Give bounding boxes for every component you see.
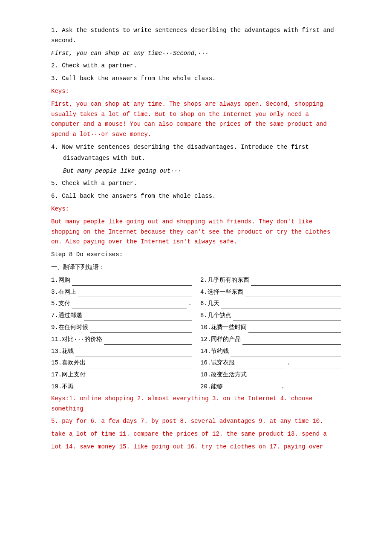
exercise-label-15: 15.喜欢外出 <box>51 358 86 368</box>
blank-7 <box>84 314 192 321</box>
exercise-item-18: 18.改变生活方式 <box>200 370 341 380</box>
exercise-item-11: 11.对比···的价格 <box>51 335 192 345</box>
instruction-1: 1. Ask the students to write sentences d… <box>51 26 341 46</box>
exercise-row-6: 11.对比···的价格 12.同样的产品 <box>51 335 341 345</box>
step8-title: Step 8 Do exercises: <box>51 250 341 260</box>
blank-20a <box>225 385 279 392</box>
exercise-item-10: 10.花费一些时间 <box>200 323 341 333</box>
exercise-row-10: 19.不再 20.能够 . <box>51 382 341 392</box>
exercise-label-8: 8.几个缺点 <box>200 311 231 321</box>
exercise-item-20: 20.能够 . <box>200 382 341 392</box>
exercise-title-text: 一、翻译下列短语： <box>51 263 341 273</box>
exercise-label-5: 5.支付 <box>51 299 70 309</box>
blank-10 <box>248 326 341 333</box>
exercise-label-11: 11.对比···的价格 <box>51 335 102 345</box>
exercise-item-8: 8.几个缺点 <box>200 311 341 321</box>
exercise-item-13: 13.花钱 <box>51 347 192 357</box>
keys-exercise-line2: 5. pay for 6. a few days 7. by post 8. s… <box>51 416 341 427</box>
blank-12 <box>242 338 341 345</box>
instruction-6: 6. Call back the answers from the whole … <box>51 191 341 202</box>
exercise-label-14: 14.节约钱 <box>200 347 229 357</box>
blank-13 <box>75 350 192 356</box>
exercise-label-12: 12.同样的产品 <box>200 335 241 345</box>
exercise-item-14: 14.节约钱 <box>200 347 341 357</box>
exercise-item-17: 17.网上支付 <box>51 370 192 380</box>
blank-1 <box>72 279 192 286</box>
exercise-label-13: 13.花钱 <box>51 347 74 357</box>
keys-label-1: Keys: <box>51 87 341 97</box>
keys-1-label: Keys: <box>51 87 341 97</box>
exercise-label-17: 17.网上支付 <box>51 370 86 380</box>
keys-exercise-line4: lot 14. save money 15. like going out 16… <box>51 442 341 452</box>
instruction-2: 2. Check with a partner. <box>51 61 341 71</box>
keys-exercise-text-3: take a lot of time 11. compare the price… <box>51 429 341 439</box>
blank-6 <box>221 302 341 309</box>
step8-title-text: Step 8 Do exercises: <box>51 250 341 260</box>
instruction-6-text: 6. Call back the answers from the whole … <box>51 191 341 202</box>
instruction-italic-2: But many people like going out··· <box>51 166 341 176</box>
blank-18 <box>248 373 341 380</box>
exercise-title: 一、翻译下列短语： <box>51 263 341 273</box>
instruction-italic-1: First, you can shop at any time···Second… <box>51 49 341 59</box>
keys-2-text: But many people like going out and shopp… <box>51 217 341 247</box>
exercise-item-3: 3.在网上 <box>51 287 192 298</box>
blank-14 <box>231 350 341 356</box>
instruction-4-text-a: 4. Now write sentences describing the di… <box>51 142 341 153</box>
exercise-label-1: 1.网购 <box>51 275 70 286</box>
exercise-dot-5: . <box>188 299 192 309</box>
exercise-item-7: 7.通过邮递 <box>51 311 192 321</box>
exercise-row-1: 1.网购 2.几乎所有的东西 <box>51 275 341 286</box>
italic-text-2: But many people like going out··· <box>63 166 341 176</box>
exercise-row-4: 7.通过邮递 8.几个缺点 <box>51 311 341 321</box>
instruction-4: 4. Now write sentences describing the di… <box>51 142 341 164</box>
exercise-dot-20: . <box>281 382 284 392</box>
exercise-item-1: 1.网购 <box>51 275 192 286</box>
instruction-3-text: 3. Call back the answers from the whole … <box>51 74 341 84</box>
exercise-row-2: 3.在网上 4.选择一些东西 <box>51 287 341 298</box>
exercise-row-5: 9.在任何时候 10.花费一些时间 <box>51 323 341 333</box>
exercise-label-19: 19.不再 <box>51 382 74 392</box>
keys-1-text: First, you can shop at any time. The sho… <box>51 99 341 140</box>
blank-9 <box>90 326 192 333</box>
keys-exercise-line1: Keys:1. online shopping 2. almost everyt… <box>51 394 341 414</box>
instruction-4-text-b: disadvantages with but. <box>63 153 341 164</box>
exercise-label-6: 6.几天 <box>200 299 219 309</box>
blank-20b <box>286 385 341 392</box>
exercise-item-6: 6.几天 <box>200 299 341 309</box>
blank-4 <box>245 290 341 297</box>
exercise-label-18: 18.改变生活方式 <box>200 370 247 380</box>
exercise-item-2: 2.几乎所有的东西 <box>200 275 341 286</box>
exercise-label-4: 4.选择一些东西 <box>200 287 243 298</box>
blank-8 <box>233 314 341 321</box>
blank-11 <box>104 338 192 345</box>
exercise-label-7: 7.通过邮递 <box>51 311 82 321</box>
page-content: 1. Ask the students to write sentences d… <box>51 26 341 452</box>
keys-exercise-line3: take a lot of time 11. compare the price… <box>51 429 341 439</box>
exercise-item-9: 9.在任何时候 <box>51 323 192 333</box>
keys-exercise-text-1: Keys:1. online shopping 2. almost everyt… <box>51 394 341 414</box>
keys-exercise-text-2: 5. pay for 6. a few days 7. by post 8. s… <box>51 416 341 427</box>
exercise-label-16: 16.试穿衣服 <box>200 358 235 368</box>
instruction-5: 5. Check with a partner. <box>51 179 341 189</box>
instruction-3: 3. Call back the answers from the whole … <box>51 74 341 84</box>
instruction-2-text: 2. Check with a partner. <box>51 61 341 71</box>
blank-3 <box>78 290 192 297</box>
blank-2 <box>251 279 341 286</box>
exercise-item-4: 4.选择一些东西 <box>200 287 341 298</box>
exercise-row-9: 17.网上支付 18.改变生活方式 <box>51 370 341 380</box>
blank-5 <box>72 302 187 309</box>
exercise-label-9: 9.在任何时候 <box>51 323 88 333</box>
keys-content-1: First, you can shop at any time. The sho… <box>51 99 341 140</box>
blank-15 <box>87 361 192 368</box>
exercise-label-2: 2.几乎所有的东西 <box>200 275 249 286</box>
exercise-item-15: 15.喜欢外出 <box>51 358 192 368</box>
blank-19 <box>75 385 192 392</box>
blank-16 <box>236 361 285 368</box>
exercise-item-16: 16.试穿衣服 . <box>200 358 341 368</box>
exercise-item-12: 12.同样的产品 <box>200 335 341 345</box>
instruction-5-text: 5. Check with a partner. <box>51 179 341 189</box>
exercise-item-19: 19.不再 <box>51 382 192 392</box>
exercise-label-10: 10.花费一些时间 <box>200 323 247 333</box>
keys-2-label: Keys: <box>51 204 341 214</box>
exercise-row-3: 5.支付 . 6.几天 <box>51 299 341 309</box>
